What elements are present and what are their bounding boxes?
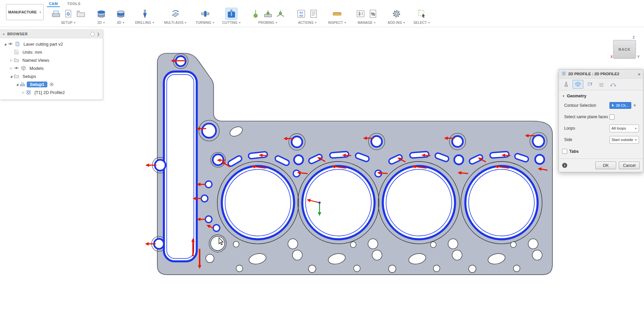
hole[interactable] xyxy=(452,250,462,260)
active-setup-icon[interactable] xyxy=(49,82,54,87)
toolbar-group-label[interactable]: MULTI-AXIS ▼ xyxy=(164,21,187,25)
hole-contour-selected[interactable] xyxy=(201,195,208,202)
probe-part-icon[interactable] xyxy=(262,8,274,19)
hole[interactable] xyxy=(350,242,356,247)
hole-contour-selected[interactable] xyxy=(535,155,544,164)
direction-arrow[interactable] xyxy=(460,173,468,174)
loops-dropdown[interactable]: All loops ▼ xyxy=(609,125,639,132)
folder-icon[interactable] xyxy=(75,8,87,19)
bore-contour-selected[interactable] xyxy=(222,166,294,239)
select-icon[interactable] xyxy=(416,8,428,19)
hole-contour-selected[interactable] xyxy=(205,181,212,188)
hole-contour-selected[interactable] xyxy=(205,216,212,223)
toolbar-group-2d[interactable]: 2D ▼ xyxy=(92,7,111,25)
tree-item-label[interactable]: Laser cutting part v2 xyxy=(22,41,65,47)
toolbar-group-label[interactable]: SELECT ▼ xyxy=(413,21,430,25)
workspace-switcher[interactable]: MANUFACTURE ▼ xyxy=(6,4,44,20)
hole[interactable] xyxy=(532,250,542,260)
hole-contour-selected[interactable] xyxy=(454,155,463,164)
post-g-icon[interactable]: G1G2 xyxy=(296,8,307,19)
hole[interactable] xyxy=(448,239,458,249)
contour-selection-chip[interactable]: 38 Ch... xyxy=(609,102,631,109)
tool-library-icon[interactable] xyxy=(355,8,366,19)
workspace-tab-tools[interactable]: TOOLS xyxy=(65,1,83,7)
expand-arrow-icon[interactable]: ◢ xyxy=(3,43,8,46)
dialog-tab-heights[interactable] xyxy=(584,80,595,89)
toolbar-group-label[interactable]: MANAGE ▼ xyxy=(358,21,376,25)
hole-contour-selected[interactable] xyxy=(202,124,216,138)
toolbar-group-label[interactable]: ADD-INS ▼ xyxy=(388,21,406,25)
dialog-tab-geometry[interactable] xyxy=(573,80,583,89)
tree-item-models[interactable]: ▷Models xyxy=(0,64,103,72)
hole[interactable] xyxy=(292,250,302,260)
slot-contour-selected[interactable] xyxy=(164,72,197,261)
toolbar-group-drilling[interactable]: DRILLING ▼ xyxy=(131,7,159,25)
dialog-titlebar[interactable]: 2D PROFILE : 2D PROFILE2 » xyxy=(559,70,643,79)
hole[interactable] xyxy=(211,236,225,250)
toolbar-group-label[interactable]: SETUP ▼ xyxy=(61,21,76,25)
toolbar-group-setup[interactable]: GSETUP ▼ xyxy=(46,7,91,25)
tree-item-setup1[interactable]: ◢Setup1 xyxy=(0,80,103,88)
toolbar-group-probing[interactable]: PROBING ▼ xyxy=(245,7,291,25)
geometry-section-header[interactable]: ▼ Geometry xyxy=(559,91,643,100)
tree-item-laser-cutting-part-v2[interactable]: ◢Laser cutting part v2 xyxy=(0,40,103,48)
tabs-checkbox[interactable] xyxy=(562,149,567,154)
view-cube-face[interactable]: BACK xyxy=(613,40,636,59)
setup-sheet-icon[interactable] xyxy=(308,8,319,19)
dialog-tab-linking[interactable] xyxy=(608,80,619,89)
toolbar-group-manage[interactable]: %MANAGE ▼ xyxy=(351,7,383,25)
ok-button[interactable]: OK xyxy=(595,162,616,169)
direction-arrow-head[interactable] xyxy=(145,242,149,245)
toolbar-group-select[interactable]: SELECT ▼ xyxy=(410,7,433,25)
toolbar-group-label[interactable]: 3D ▼ xyxy=(117,21,124,25)
expand-arrow-icon[interactable]: ◢ xyxy=(15,83,20,86)
probe-icon[interactable] xyxy=(250,8,261,19)
browser-display-toggle[interactable] xyxy=(90,32,95,36)
toolbar-group-label[interactable]: ACTIONS ▼ xyxy=(298,21,317,25)
toolbar-group-multi-axis[interactable]: MULTI-AXIS ▼ xyxy=(159,7,192,25)
section-collapse-icon[interactable]: ▼ xyxy=(562,95,565,98)
slot-contour-selected[interactable] xyxy=(490,151,509,158)
post-process-icon[interactable]: G xyxy=(63,8,74,19)
cancel-button[interactable]: Cancel xyxy=(619,162,640,169)
panel-handle-icon[interactable]: ❯ xyxy=(97,32,100,36)
view-cube[interactable]: BACK Z X Y xyxy=(610,36,641,62)
gear-icon[interactable] xyxy=(391,8,402,19)
tree-item-label[interactable]: Named Views xyxy=(21,57,51,63)
origin-point[interactable] xyxy=(318,201,320,203)
expand-arrow-icon[interactable]: ▷ xyxy=(9,59,14,62)
toolbar-group-add-ins[interactable]: ADD-INS ▼ xyxy=(384,7,410,25)
tree-item-label[interactable]: Models xyxy=(28,65,45,71)
measure-icon[interactable] xyxy=(331,8,343,19)
hole-contour-selected[interactable] xyxy=(294,155,303,164)
slot-contour-selected[interactable] xyxy=(410,151,429,158)
tree-item-units-mm[interactable]: Units: mm xyxy=(0,48,103,56)
expand-arrow-icon[interactable]: ▷ xyxy=(9,67,14,70)
hole[interactable] xyxy=(511,242,516,247)
hole[interactable] xyxy=(354,265,360,272)
side-dropdown[interactable]: Start outside ▼ xyxy=(609,136,639,144)
direction-arrow[interactable] xyxy=(300,173,308,174)
hole[interactable] xyxy=(388,265,396,272)
eye-icon[interactable] xyxy=(14,65,20,71)
collapse-panel-icon[interactable]: « xyxy=(3,32,5,36)
workspace-tab-cam[interactable]: CAM xyxy=(47,1,60,7)
bore-contour-selected[interactable] xyxy=(465,166,538,239)
expand-arrow-icon[interactable]: ◢ xyxy=(9,75,14,78)
hole[interactable] xyxy=(368,239,378,249)
mill-3d-icon[interactable] xyxy=(115,8,126,19)
toolbar-group-label[interactable]: 2D ▼ xyxy=(97,21,105,25)
clear-selection-button[interactable]: × xyxy=(634,103,636,108)
hole[interactable] xyxy=(430,242,436,247)
tree-item-label[interactable]: Setup1 xyxy=(27,82,47,87)
tree-item-label[interactable]: Setups xyxy=(21,74,38,79)
bore-contour-selected[interactable] xyxy=(383,166,455,239)
hole[interactable] xyxy=(288,239,298,249)
mill-2d-icon[interactable] xyxy=(96,8,107,19)
expand-arrow-icon[interactable]: ▷ xyxy=(21,91,26,94)
hole[interactable] xyxy=(236,265,243,272)
toolbar-group-turning[interactable]: TURNING ▼ xyxy=(192,7,218,25)
direction-arrow-head[interactable] xyxy=(145,164,149,167)
toolbar-group-label[interactable]: CUTTING ▼ xyxy=(222,21,241,25)
toolbar-group-3d[interactable]: 3D ▼ xyxy=(111,7,130,25)
